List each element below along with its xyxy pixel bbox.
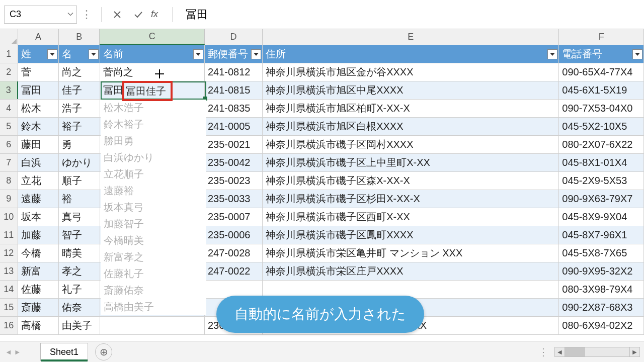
cell[interactable]: 神奈川県横浜市旭区柏町X-XX-X [263,100,559,117]
scroll-left-icon[interactable]: ◄ [555,347,565,356]
cell[interactable]: 神奈川県横浜市磯子区杉田X-XX-X [263,190,559,208]
cell[interactable]: 加藤 [18,226,59,244]
cell[interactable]: 235-0042 [205,154,263,171]
row-header-13[interactable]: 13 [0,262,18,280]
cell[interactable]: 045-5X2-10X5 [559,118,644,135]
filter-dropdown-button[interactable] [47,49,57,59]
cell[interactable]: 斎藤 [18,299,59,316]
cell[interactable]: 090-65X4-77X4 [559,63,644,81]
column-header-F[interactable]: F [559,29,644,45]
cell[interactable]: 241-0812 [205,63,263,81]
row-header-8[interactable]: 8 [0,172,18,190]
row-header-12[interactable]: 12 [0,244,18,262]
cell[interactable]: 045-8X9-9X04 [559,208,644,226]
filter-dropdown-button[interactable] [251,49,261,59]
cell[interactable]: 045-8X1-01X4 [559,154,644,171]
table-header-cell[interactable]: 電話番号 [559,45,644,63]
cell[interactable]: 080-6X94-02X2 [559,317,644,334]
cell[interactable]: 由美子 [59,317,100,334]
cell[interactable]: 藤田 [18,136,59,153]
cell[interactable]: 白浜 [18,154,59,171]
filter-dropdown-button[interactable] [547,49,557,59]
cell[interactable]: 090-9X63-79X7 [559,190,644,208]
cell[interactable]: 菅 [18,63,59,81]
cell[interactable]: 神奈川県横浜市旭区白根XXXX [263,118,559,135]
select-all-corner[interactable] [0,29,18,45]
cell[interactable]: 235-0033 [205,190,263,208]
row-header-15[interactable]: 15 [0,299,18,316]
cell[interactable]: 神奈川県横浜市磯子区上中里町X-XX [263,154,559,171]
cell[interactable]: 裕 [59,190,100,208]
fx-icon[interactable]: fx [151,9,158,20]
cell[interactable]: 045-5X8-7X65 [559,244,644,262]
filter-dropdown-button[interactable] [632,49,642,59]
formula-input[interactable] [178,8,644,21]
column-header-A[interactable]: A [18,29,59,45]
row-header-5[interactable]: 5 [0,118,18,135]
cell[interactable]: 佳子 [59,81,100,99]
cell[interactable]: 真弓 [59,208,100,226]
scroll-thumb[interactable] [565,347,585,356]
chevron-down-icon[interactable] [67,9,73,20]
cell[interactable]: 今橋 [18,244,59,262]
column-header-C[interactable]: C [100,29,204,45]
cell[interactable]: 神奈川県横浜市旭区中尾XXXX [263,81,559,99]
cell[interactable]: 247-0028 [205,244,263,262]
name-box[interactable]: C3 [4,6,77,24]
row-header-2[interactable]: 2 [0,63,18,81]
row-header-11[interactable]: 11 [0,226,18,244]
row-header-6[interactable]: 6 [0,136,18,153]
cell[interactable]: 立花 [18,172,59,190]
cell[interactable]: 冨田 [18,81,59,99]
row-header-16[interactable]: 16 [0,317,18,334]
cell[interactable]: 247-0022 [205,262,263,280]
cell[interactable]: 裕子 [59,118,100,135]
cell[interactable]: 勇 [59,136,100,153]
table-header-cell[interactable]: 名 [59,45,100,63]
cell[interactable]: 235-0006 [205,226,263,244]
cell[interactable]: 241-0835 [205,100,263,117]
cell[interactable]: 090-9X95-32X2 [559,262,644,280]
cell[interactable]: 尚之 [59,63,100,81]
cell[interactable]: 坂本 [18,208,59,226]
chevron-left-icon[interactable]: ◄ [5,348,12,356]
cell[interactable]: 礼子 [59,281,100,298]
cell[interactable]: 080-3X98-79X4 [559,281,644,298]
cell[interactable]: 神奈川県横浜市磯子区西町X-XX [263,208,559,226]
scroll-right-icon[interactable]: ► [629,347,639,356]
cell[interactable]: 241-0005 [205,118,263,135]
column-header-D[interactable]: D [205,29,263,45]
table-header-cell[interactable]: 郵便番号 [205,45,263,63]
cell[interactable]: 045-8X7-96X1 [559,226,644,244]
cell[interactable]: 遠藤 [18,190,59,208]
cell[interactable]: 順子 [59,172,100,190]
horizontal-scrollbar[interactable]: ◄ ► [554,347,640,357]
cell[interactable] [100,317,205,334]
cell[interactable]: 090-2X87-68X3 [559,299,644,316]
row-header-9[interactable]: 9 [0,190,18,208]
cell[interactable]: 智子 [59,226,100,244]
filter-dropdown-button[interactable] [89,49,99,59]
sheet-tab[interactable]: Sheet1 [40,343,88,361]
cell[interactable]: 神奈川県横浜市栄区庄戸XXXX [263,262,559,280]
cell[interactable]: 235-0007 [205,208,263,226]
cell[interactable]: 神奈川県横浜市磯子区鳳町XXXX [263,226,559,244]
cell[interactable]: 佑奈 [59,299,100,316]
cell[interactable]: 045-6X1-5X19 [559,81,644,99]
cell[interactable]: 高橋 [18,317,59,334]
cell[interactable]: 佐藤 [18,281,59,298]
cell[interactable]: 神奈川県横浜市磯子区岡村XXXX [263,136,559,153]
cell[interactable]: 090-7X53-04X0 [559,100,644,117]
new-sheet-button[interactable]: ⊕ [95,343,112,360]
cell[interactable]: 神奈川県横浜市旭区金が谷XXXX [263,63,559,81]
cell[interactable]: 孝之 [59,262,100,280]
cell[interactable]: 241-0815 [205,81,263,99]
row-header-4[interactable]: 4 [0,100,18,117]
cell[interactable]: 235-0021 [205,136,263,153]
table-header-cell[interactable]: 姓 [18,45,59,63]
row-header-3[interactable]: 3 [0,81,18,99]
cell[interactable]: 神奈川県横浜市磯子区森X-XX-X [263,172,559,190]
cell[interactable]: 神奈川県横浜市栄区亀井町 マンション XXX [263,244,559,262]
table-header-cell[interactable]: 名前 [100,45,205,63]
column-header-E[interactable]: E [263,29,559,45]
